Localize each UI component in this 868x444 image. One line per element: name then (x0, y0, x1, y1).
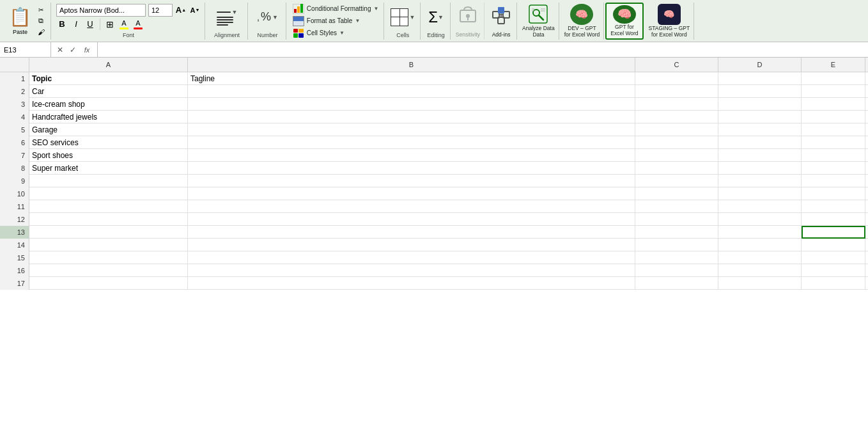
table-cell[interactable] (718, 111, 802, 123)
formula-cancel-button[interactable]: ✕ (55, 45, 65, 54)
table-cell[interactable] (718, 72, 802, 85)
table-cell[interactable] (802, 149, 865, 162)
table-cell[interactable] (635, 277, 718, 290)
table-cell[interactable] (635, 149, 718, 162)
cell-reference-box[interactable]: E13 (0, 42, 51, 57)
table-cell[interactable] (718, 187, 802, 200)
cell-styles-button[interactable]: Cell Styles ▼ (293, 28, 379, 38)
table-cell[interactable] (802, 85, 865, 98)
table-cell[interactable] (29, 226, 188, 239)
table-cell[interactable] (188, 149, 635, 162)
col-header-C[interactable]: C (635, 58, 718, 72)
table-cell[interactable] (29, 251, 188, 264)
table-cell[interactable] (802, 123, 865, 136)
table-cell[interactable] (802, 98, 865, 111)
col-header-D[interactable]: D (718, 58, 802, 72)
table-cell[interactable]: Sport shoes (29, 149, 188, 162)
table-cell[interactable] (29, 175, 188, 187)
addins-icon[interactable] (490, 4, 513, 27)
col-header-B[interactable]: B (188, 58, 635, 72)
col-header-A[interactable]: A (29, 58, 188, 72)
cells-icon-area[interactable]: ▼ (391, 4, 415, 31)
table-cell[interactable] (188, 264, 635, 277)
table-cell[interactable] (188, 136, 635, 149)
table-cell[interactable] (635, 85, 718, 98)
table-cell[interactable] (718, 200, 802, 213)
table-cell[interactable] (29, 277, 188, 290)
table-cell[interactable] (635, 98, 718, 111)
table-cell[interactable] (635, 162, 718, 175)
table-cell[interactable] (188, 187, 635, 200)
table-cell[interactable] (802, 226, 865, 239)
table-cell[interactable]: Handcrafted jewels (29, 111, 188, 123)
table-cell[interactable]: Garage (29, 123, 188, 136)
table-cell[interactable] (718, 264, 802, 277)
table-cell[interactable] (635, 111, 718, 123)
table-cell[interactable] (635, 226, 718, 239)
row-number[interactable]: 9 (0, 175, 29, 187)
corner-cell[interactable] (0, 58, 29, 72)
font-size-input[interactable] (148, 4, 173, 17)
table-cell[interactable] (188, 98, 635, 111)
table-cell[interactable] (188, 175, 635, 187)
table-cell[interactable] (718, 213, 802, 226)
table-cell[interactable] (188, 200, 635, 213)
row-number[interactable]: 8 (0, 162, 29, 175)
table-cell[interactable] (29, 187, 188, 200)
table-cell[interactable]: Super market (29, 162, 188, 175)
table-cell[interactable] (188, 162, 635, 175)
table-cell[interactable] (802, 187, 865, 200)
col-header-E[interactable]: E (802, 58, 865, 72)
table-cell[interactable] (718, 175, 802, 187)
table-cell[interactable] (29, 200, 188, 213)
row-number[interactable]: 13 (0, 226, 29, 239)
underline-button[interactable]: U (84, 19, 96, 30)
table-cell[interactable] (188, 239, 635, 251)
format-as-table-button[interactable]: Format as Table ▼ (293, 16, 379, 26)
table-cell[interactable] (718, 136, 802, 149)
table-cell[interactable] (718, 149, 802, 162)
table-cell[interactable] (802, 111, 865, 123)
grow-font-button[interactable]: A▲ (175, 4, 187, 16)
row-number[interactable]: 10 (0, 187, 29, 200)
row-number[interactable]: 3 (0, 98, 29, 111)
row-number[interactable]: 16 (0, 264, 29, 277)
row-number[interactable]: 4 (0, 111, 29, 123)
table-cell[interactable] (29, 239, 188, 251)
font-name-input[interactable] (56, 4, 146, 17)
row-number[interactable]: 5 (0, 123, 29, 136)
table-cell[interactable]: SEO services (29, 136, 188, 149)
row-number[interactable]: 6 (0, 136, 29, 149)
table-cell[interactable] (635, 72, 718, 85)
table-cell[interactable] (802, 162, 865, 175)
table-cell[interactable] (188, 226, 635, 239)
fill-color-button[interactable]: A (118, 19, 130, 30)
number-icon-area[interactable]: , % ▼ (257, 4, 278, 31)
row-number[interactable]: 1 (0, 72, 29, 85)
table-cell[interactable] (188, 213, 635, 226)
paste-button[interactable]: 📋 Paste (5, 4, 35, 38)
font-color-button[interactable]: A (132, 19, 144, 30)
table-cell[interactable] (718, 98, 802, 111)
shrink-font-button[interactable]: A▼ (189, 4, 201, 16)
table-cell[interactable] (188, 111, 635, 123)
table-cell[interactable] (188, 85, 635, 98)
table-cell[interactable] (188, 123, 635, 136)
table-cell[interactable] (718, 277, 802, 290)
alignment-icon-area[interactable]: ▼ (217, 4, 238, 31)
table-cell[interactable] (635, 136, 718, 149)
table-cell[interactable]: Topic (29, 72, 188, 85)
gpt-icon[interactable]: 🧠 (613, 5, 636, 24)
staging-gpt-icon[interactable]: 🧠 (658, 4, 681, 26)
table-cell[interactable] (635, 264, 718, 277)
copy-button[interactable]: ⧉ (35, 16, 47, 26)
table-cell[interactable] (188, 277, 635, 290)
table-cell[interactable] (635, 175, 718, 187)
table-cell[interactable]: Ice-cream shop (29, 98, 188, 111)
table-cell[interactable] (802, 72, 865, 85)
table-cell[interactable] (635, 200, 718, 213)
table-cell[interactable] (635, 187, 718, 200)
border-button[interactable]: ⊞ (104, 19, 116, 30)
table-cell[interactable] (29, 264, 188, 277)
table-cell[interactable] (718, 251, 802, 264)
